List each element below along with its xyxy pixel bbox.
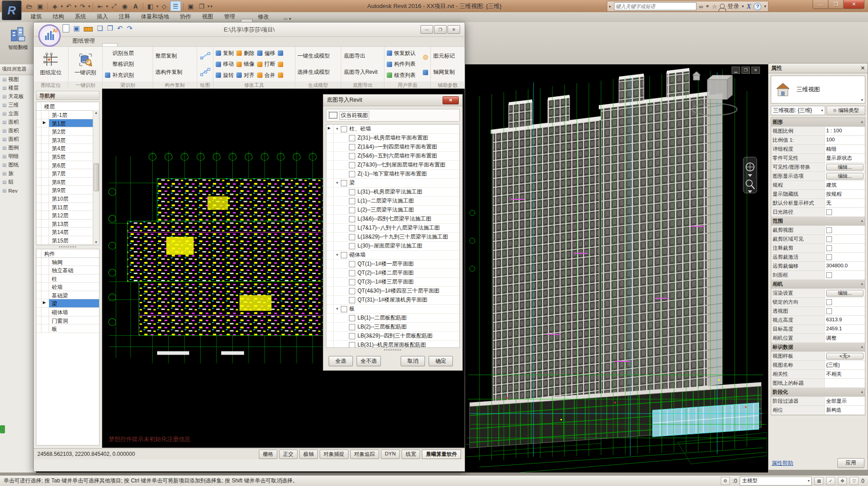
drafting-mode-toggle[interactable]: 极轴 — [299, 450, 318, 459]
floor-row[interactable]: 第10层 — [36, 194, 93, 203]
sheet-tree-row[interactable]: ▼ QT(4&30)--1#楼四至三十层平面图 — [326, 287, 459, 296]
component-row[interactable]: 门窗洞 — [36, 316, 99, 325]
element-tag-button[interactable]: 图元标记 — [433, 51, 462, 61]
property-row[interactable]: 透视图 — [771, 307, 865, 316]
align-button[interactable]: 对齐 — [236, 70, 254, 80]
ribbon-tab[interactable]: 协作 — [175, 12, 197, 22]
expander-icon[interactable]: ▼ — [334, 127, 341, 131]
search-input[interactable] — [614, 2, 696, 10]
minimize-button[interactable]: — — [813, 0, 828, 9]
property-row[interactable]: 默认分析显示样式 无 无 — [771, 199, 865, 208]
sheet-checkbox[interactable] — [349, 225, 355, 231]
floor-row[interactable]: 第6层 — [36, 161, 93, 170]
property-checkbox[interactable] — [826, 299, 832, 305]
select-none-button[interactable]: 全不选 — [357, 356, 381, 366]
restore-default-button[interactable]: 恢复默认 — [387, 48, 420, 58]
property-value[interactable]: 编辑... 编辑... — [825, 289, 865, 297]
component-row[interactable]: 板 — [36, 324, 99, 333]
property-value[interactable]: 全部显示 全部显示 — [825, 397, 865, 405]
property-row[interactable]: 显示隐藏线 按规程 按规程 — [771, 190, 865, 199]
property-row[interactable]: 零件可见性 显示原状态 显示原状态 — [771, 154, 865, 163]
plugin-close-button[interactable]: ✕ — [448, 25, 460, 34]
copy-whole-floor-button[interactable]: 整层复制 — [155, 51, 194, 61]
aligned-dimension-icon[interactable]: ⤢ — [109, 1, 119, 11]
project-browser-item[interactable]: ▤Rev — [0, 186, 36, 195]
break-button[interactable]: 打断 — [257, 59, 275, 69]
import-underlay-to-revit-button[interactable]: 底图导入Revit — [344, 67, 382, 77]
sheet-checkbox[interactable] — [349, 198, 355, 204]
property-value[interactable] — [825, 379, 865, 387]
check-list-button[interactable]: 核查列表 — [387, 70, 420, 80]
sheet-checkbox[interactable] — [349, 270, 355, 276]
floor-row[interactable]: 第7层 — [36, 169, 93, 178]
drafting-mode-toggle[interactable]: DYN — [381, 450, 400, 459]
property-value[interactable]: 调整 调整 — [825, 334, 865, 342]
property-value[interactable] — [825, 253, 865, 261]
property-row[interactable]: 范围 — [771, 217, 865, 226]
switch-windows-icon[interactable]: ❐ — [197, 1, 207, 11]
undo-icon[interactable]: ↶ — [64, 1, 74, 11]
floor-row[interactable]: 第13层 — [36, 220, 93, 228]
design-option-select[interactable]: 主模型▾ — [740, 477, 812, 486]
project-browser-item[interactable]: ▤天花板 — [0, 92, 36, 101]
floor-row[interactable]: 第1层 — [36, 119, 93, 128]
property-edit-button[interactable]: 编辑... — [826, 173, 863, 180]
one-key-recognize-button[interactable]: 一键识别 — [70, 48, 101, 81]
property-row[interactable]: 详细程度 精细 精细 — [771, 145, 865, 154]
floor-row[interactable]: 第12层 — [36, 211, 93, 220]
sheet-checkbox[interactable] — [341, 252, 347, 258]
sheet-checkbox[interactable] — [349, 279, 355, 285]
copy-selected-components-button[interactable]: 选构件复制 — [155, 67, 194, 77]
floor-row[interactable]: 第9层 — [36, 186, 93, 194]
sheet-tree-row[interactable]: ▼ L(1)--二层梁平法施工图 — [326, 197, 459, 206]
sheet-checkbox[interactable] — [349, 207, 355, 213]
draw-line-icon[interactable] — [200, 52, 210, 60]
sheet-checkbox[interactable] — [349, 216, 355, 222]
sheet-checkbox[interactable] — [349, 297, 355, 303]
sheet-tree-row[interactable]: ▼ Z(5&6)--五到六层墙柱平面布置图 — [326, 152, 459, 161]
property-row[interactable]: 远剪裁激活 — [771, 253, 865, 262]
sheet-checkbox[interactable] — [349, 234, 355, 240]
only-current-view-checkbox[interactable] — [329, 112, 337, 118]
switch-caret[interactable]: ▾ — [208, 4, 210, 9]
project-browser-item[interactable]: ▤楼层 — [0, 84, 36, 92]
grid-copy-button[interactable]: 轴网复制 — [433, 67, 462, 77]
floor-row[interactable]: 第15层 — [36, 236, 93, 245]
dialog-close-button[interactable]: ✕ — [443, 96, 459, 104]
drafting-mode-toggle[interactable]: 栅格 — [259, 450, 277, 459]
favorites-star-icon[interactable]: ☆ — [712, 3, 717, 10]
sheet-tree-row[interactable]: ▼ LB(1)--二层板配筋图 — [326, 314, 459, 323]
sheet-tree-row[interactable]: ▼ 柱、砼墙 — [326, 125, 459, 134]
property-checkbox[interactable] — [826, 245, 832, 251]
project-browser-item[interactable]: ▤面积 — [0, 126, 36, 135]
search-icon[interactable]: ∞ — [699, 3, 703, 10]
component-row[interactable]: 砌体墙 — [36, 308, 99, 316]
rotate-button[interactable]: 旋转 — [216, 70, 234, 80]
expander-icon[interactable]: ▼ — [334, 307, 341, 311]
ribbon-collapse-icon[interactable]: ▭ ▾ — [281, 15, 294, 22]
section-icon[interactable]: ◇ — [159, 1, 169, 11]
sign-in-label[interactable]: 登录 — [728, 2, 739, 10]
property-edit-button[interactable]: 编辑... — [826, 164, 863, 171]
measure-icon[interactable]: ⇤ — [95, 1, 105, 11]
component-row[interactable]: 基础梁 — [36, 291, 99, 300]
sheet-tree-row[interactable]: ▼ QT(31)--1#楼屋顶机房平面图 — [326, 296, 459, 305]
sheet-checkbox[interactable] — [349, 153, 355, 159]
plugin-titlebar[interactable]: AI ▣ ❏ ❐ ↶ ↷ E:\共享\李莎莎\项目\ — ❐ ✕ — [34, 22, 465, 37]
floor-row[interactable]: 第4层 — [36, 144, 93, 153]
property-value[interactable]: 100 100 — [825, 136, 865, 144]
floor-row[interactable]: 第5层 — [36, 153, 93, 161]
drafting-mode-toggle[interactable]: 对象捕捉 — [320, 450, 348, 459]
project-browser-item[interactable]: ▤视图 — [0, 75, 36, 84]
exclude-options-icon[interactable]: ✓ — [826, 477, 835, 485]
ribbon-tab[interactable]: 视图 — [197, 12, 219, 22]
dialog-titlebar[interactable]: 底图导入Revit ✕ — [323, 94, 462, 106]
property-row[interactable]: 相关性 不相关 不相关 — [771, 370, 865, 379]
open-icon[interactable]: 🗁 — [24, 1, 34, 11]
property-row[interactable]: 注释裁剪 — [771, 244, 865, 253]
floor-row[interactable]: 第11层 — [36, 203, 93, 212]
dialog-splitter[interactable] — [323, 348, 462, 351]
drafting-mode-toggle[interactable]: 正交 — [279, 450, 298, 459]
help-icon[interactable]: ? — [754, 3, 761, 10]
merge-button[interactable]: 合并 — [257, 70, 275, 80]
